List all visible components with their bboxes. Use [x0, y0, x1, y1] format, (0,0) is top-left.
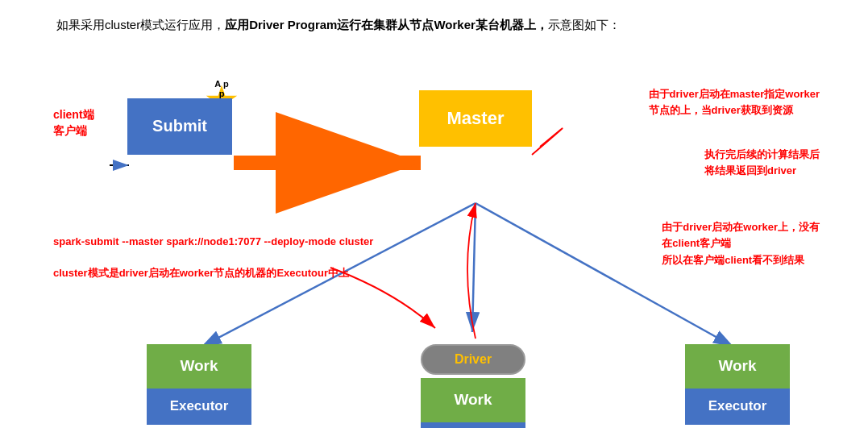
worker-label-middle: Work — [454, 391, 492, 409]
intro-text-bold: 应用Driver Program运行在集群从节点Worker某台机器上， — [225, 18, 548, 31]
submit-label: Submit — [152, 117, 207, 135]
annotation-mid-text: 执行完后续的计算结果后将结果返回到driver — [704, 148, 820, 177]
worker-box-right: Work — [685, 344, 790, 389]
driver-pill: Driver — [421, 344, 525, 375]
worker-box-middle: Work — [421, 378, 525, 422]
executor-box-right: Executor — [685, 389, 790, 425]
worker-label-left: Work — [180, 357, 218, 375]
svg-line-6 — [472, 203, 476, 332]
worker-group-left: Work Executor — [147, 344, 251, 425]
intro-text-end: 示意图如下： — [548, 18, 621, 31]
executor-label-right: Executor — [708, 398, 767, 414]
app-label: A p p — [212, 79, 232, 98]
worker-label-right: Work — [718, 357, 756, 375]
cluster-mode-text: cluster模式是driver启动在worker节点的机器的Executour… — [53, 266, 349, 280]
spark-submit-text: spark-submit --master spark://node1:7077… — [53, 235, 373, 247]
worker-group-right: Work Executor — [685, 344, 790, 425]
intro-text: 如果采用cluster模式运行应用，应用Driver Program运行在集群从… — [24, 15, 844, 35]
annotation-bottom: 由于driver启动在worker上，没有在client客户端所以在客户端cli… — [662, 219, 820, 269]
customer-label: 客户端 — [53, 124, 87, 139]
master-label: Master — [447, 108, 505, 129]
driver-label: Driver — [455, 352, 492, 367]
annotation-mid: 执行完后续的计算结果后将结果返回到driver — [704, 147, 820, 181]
intro-text-plain: 如果采用cluster模式运行应用， — [56, 18, 225, 31]
annotation-top: 由于driver启动在master指定worker节点的上，当driver获取到… — [649, 86, 820, 120]
client-label: client端 — [53, 108, 94, 123]
diagram: client端 客户端 A p p Submit Master spark-su… — [24, 42, 844, 380]
annotation-bottom-text: 由于driver启动在worker上，没有在client客户端所以在客户端cli… — [662, 221, 820, 267]
submit-box: Submit — [127, 98, 232, 155]
executor-box-left: Executor — [147, 389, 251, 425]
worker-box-left: Work — [147, 344, 251, 389]
annotation-top-text: 由于driver启动在master指定worker节点的上，当driver获取到… — [649, 88, 820, 117]
master-box: Master — [419, 90, 532, 147]
worker-group-middle: Driver Work Executor — [421, 344, 525, 429]
executor-label-left: Executor — [170, 398, 229, 414]
page: 如果采用cluster模式运行应用，应用Driver Program运行在集群从… — [0, 0, 868, 428]
executor-box-middle: Executor — [421, 422, 525, 429]
